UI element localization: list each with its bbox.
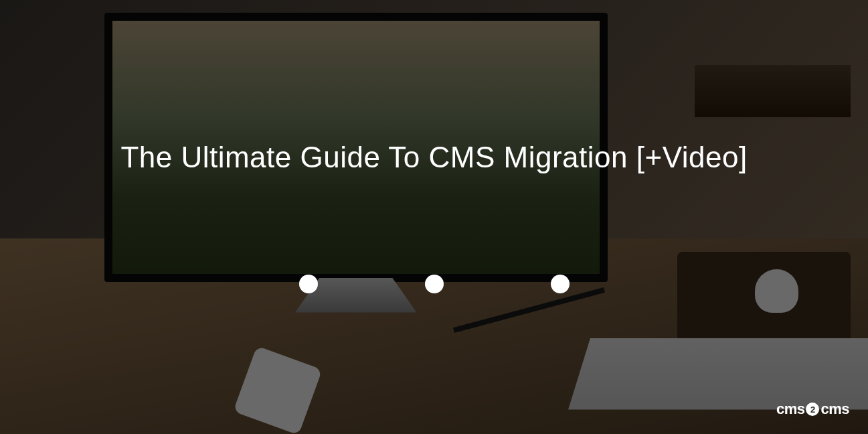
logo-badge-icon: 2 — [806, 403, 819, 416]
dot-indicator — [551, 275, 570, 293]
dot-indicator — [299, 275, 318, 293]
hero-content: The Ultimate Guide To CMS Migration [+Vi… — [0, 141, 868, 293]
pagination-dots — [0, 275, 868, 293]
logo-suffix: cms — [820, 401, 849, 418]
dot-indicator — [425, 275, 444, 293]
brand-logo: cms 2 cms — [776, 401, 849, 418]
hero-banner: The Ultimate Guide To CMS Migration [+Vi… — [0, 0, 868, 434]
logo-prefix: cms — [776, 401, 805, 418]
hero-title: The Ultimate Guide To CMS Migration [+Vi… — [0, 141, 868, 174]
